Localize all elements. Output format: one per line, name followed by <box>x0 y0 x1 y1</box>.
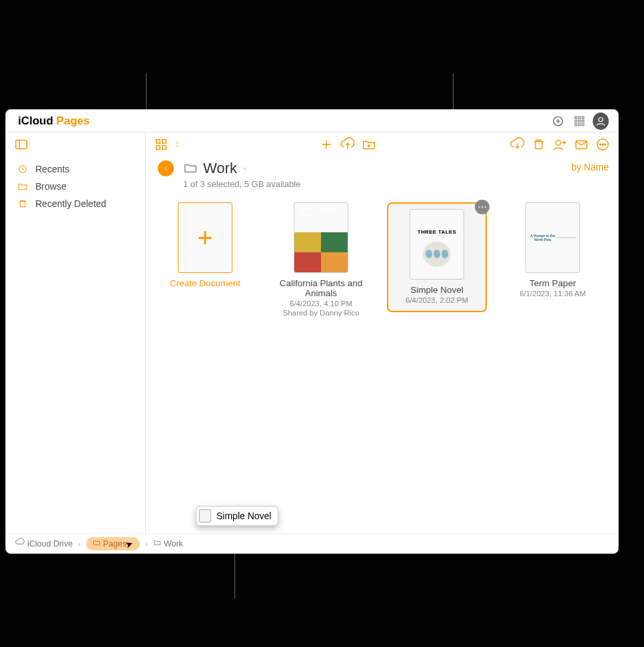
document-date: 6/4/2023, 2:02 PM <box>404 296 470 304</box>
breadcrumb-item[interactable]: iCloud Drive <box>15 538 73 549</box>
title-bar: iCloud Pages <box>6 110 618 132</box>
svg-rect-4 <box>579 116 581 118</box>
svg-rect-19 <box>162 146 166 150</box>
view-grid-icon[interactable] <box>154 137 168 152</box>
chevron-right-icon: › <box>145 540 148 548</box>
sidebar-item-recents[interactable]: Recents <box>10 160 141 178</box>
app-window: iCloud Pages <box>5 109 619 554</box>
clock-icon <box>17 164 29 174</box>
chevron-down-icon[interactable] <box>241 165 248 174</box>
document-thumbnail: A Voyage to the North Pole <box>525 202 580 273</box>
mail-icon[interactable] <box>574 137 589 152</box>
breadcrumb-item[interactable]: Work <box>153 539 183 548</box>
plus-icon: + <box>197 223 212 253</box>
delete-trash-icon[interactable] <box>531 137 546 152</box>
upload-cloud-icon[interactable] <box>340 137 355 152</box>
svg-point-26 <box>556 140 561 145</box>
document-name: Term Paper <box>529 278 576 288</box>
svg-point-31 <box>599 144 601 145</box>
document-tile[interactable]: A Voyage to the North Pole Term Paper 6/… <box>503 202 603 298</box>
content-header: Work 1 of 3 selected, 5 GB available by … <box>146 156 618 196</box>
svg-rect-5 <box>582 116 584 118</box>
breadcrumb-label: iCloud Drive <box>27 539 73 548</box>
create-document-tile[interactable]: + Create Document <box>155 202 255 288</box>
selection-status: 1 of 3 selected, 5 GB available <box>183 179 300 189</box>
download-cloud-icon[interactable] <box>510 137 525 152</box>
brand-suffix: Pages <box>57 114 90 127</box>
cloud-icon <box>15 538 25 549</box>
breadcrumb-label: Work <box>164 539 183 548</box>
main-panel: Work 1 of 3 selected, 5 GB available by … <box>146 132 618 553</box>
document-grid: + Create Document California Plants and … <box>146 196 618 324</box>
brand-prefix: iCloud <box>18 114 57 127</box>
more-ellipsis-icon[interactable] <box>595 137 610 152</box>
svg-rect-9 <box>575 123 577 125</box>
brand-label: iCloud Pages <box>18 114 90 128</box>
svg-point-12 <box>599 117 603 121</box>
document-name: California Plants and Animals <box>271 278 371 298</box>
add-circle-icon[interactable] <box>550 113 566 129</box>
svg-rect-7 <box>579 120 581 122</box>
svg-rect-16 <box>157 140 161 144</box>
document-date: 6/1/2023, 11:36 AM <box>519 290 586 298</box>
sidebar-item-label: Browse <box>35 181 67 192</box>
main-toolbar <box>146 132 618 156</box>
sidebar-item-label: Recently Deleted <box>35 198 107 209</box>
document-tile[interactable]: California Plants and Animals California… <box>271 202 371 317</box>
svg-rect-10 <box>579 123 581 125</box>
svg-rect-8 <box>582 120 584 122</box>
chevron-right-icon: › <box>78 540 81 548</box>
breadcrumb: iCloud Drive › Pages ➤ › Work <box>6 533 618 553</box>
callout-line <box>234 550 235 598</box>
svg-rect-18 <box>157 146 161 150</box>
sidebar-toggle-icon[interactable] <box>14 137 29 152</box>
svg-rect-11 <box>582 123 584 125</box>
drag-tooltip-label: Simple Novel <box>216 511 271 521</box>
folder-icon <box>93 539 101 548</box>
document-mini-icon <box>199 509 211 523</box>
drag-tooltip: Simple Novel <box>196 506 278 526</box>
account-avatar-icon[interactable] <box>593 113 609 129</box>
document-thumbnail: THREE TALES <box>410 209 464 280</box>
folder-icon <box>153 539 161 548</box>
create-label: Create Document <box>170 278 240 288</box>
sort-arrows-icon[interactable] <box>170 137 184 152</box>
create-thumb: + <box>178 202 232 273</box>
app-grid-icon[interactable] <box>571 113 587 129</box>
document-shared: Shared by Danny Rico <box>282 309 359 317</box>
svg-point-33 <box>605 144 606 145</box>
plus-icon[interactable] <box>319 137 334 152</box>
tile-more-button[interactable]: ⋯ <box>475 200 489 214</box>
svg-rect-17 <box>162 140 166 144</box>
svg-rect-6 <box>575 120 577 122</box>
sidebar-item-browse[interactable]: Browse <box>10 178 141 195</box>
svg-point-32 <box>602 144 603 145</box>
folder-title: Work <box>203 160 237 177</box>
back-button[interactable] <box>158 160 174 176</box>
sort-by-button[interactable]: by Name <box>571 159 609 172</box>
sidebar: Recents Browse Recently Deleted <box>6 132 146 553</box>
sidebar-item-recently-deleted[interactable]: Recently Deleted <box>10 195 141 212</box>
new-folder-icon[interactable] <box>362 137 376 152</box>
folder-icon <box>183 160 198 178</box>
document-thumbnail: California Plants and Animals <box>294 202 348 273</box>
document-date: 6/4/2023, 4:10 PM <box>290 300 352 308</box>
collaborate-icon[interactable] <box>553 137 567 152</box>
document-tile-selected[interactable]: ⋯ THREE TALES Simple Novel 6/4/2023, 2:0… <box>387 202 487 312</box>
svg-rect-3 <box>575 116 577 118</box>
breadcrumb-item-highlight[interactable]: Pages ➤ <box>86 537 140 550</box>
document-name: Simple Novel <box>404 285 470 295</box>
trash-icon <box>17 198 29 209</box>
folder-icon <box>17 181 29 192</box>
svg-rect-13 <box>16 140 27 149</box>
sidebar-item-label: Recents <box>35 164 69 174</box>
